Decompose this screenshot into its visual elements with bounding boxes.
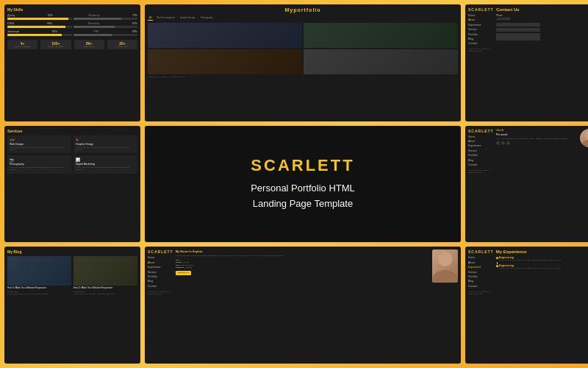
twitter-icon[interactable]: t [501, 141, 505, 145]
skill-name-js: Javascript [7, 30, 19, 33]
service-marketing: 📊 Digital Marketing Lorem ipsum dolor si… [74, 155, 137, 174]
service-graphic: ✎ Graphic Design Lorem ipsum dolor sit a… [74, 135, 137, 154]
blog-thumb-1 [7, 256, 71, 286]
blog-thumb-2 [74, 256, 137, 286]
exp-footer: Created By AS_Designs | All Rights Reser… [468, 291, 494, 295]
home-nav: Home About Experience Service Portfolio … [468, 135, 494, 167]
template-subtitle: Personal Portfolio HTML Landing Page Tem… [251, 181, 355, 212]
portfolio-tabs: All Web Development Graphic Design Photo… [148, 15, 458, 21]
about-footer: Created By AS_Designs | All Rights Reser… [148, 291, 173, 295]
contact-card: SCARLETT Home About Experience Service P… [465, 4, 588, 121]
contact-brand: SCARLETT [468, 7, 494, 12]
experience-card: SCARLETT Home About Experience Service P… [465, 247, 588, 364]
skills-card: My Skills jQuery 95% Bootstrap 75% CSS3 … [4, 4, 140, 121]
skill-name-css: CSS3 [7, 22, 14, 25]
social-icons: f t i [496, 141, 578, 145]
about-nav: Home About Experience Service Portfolio … [148, 256, 173, 288]
portfolio-footer: Created By AS_Designs | All Rights Reser… [148, 76, 458, 78]
svg-point-1 [582, 140, 589, 147]
stat-experience: 4+ Years of Experience [7, 40, 37, 49]
skill-pct-jquery: 95% [48, 14, 53, 17]
skill-name2-jquery: Bootstrap [88, 14, 99, 17]
blog-grid: How To Make Your Website Responsive 1st … [7, 256, 137, 295]
tab-graphic[interactable]: Graphic Design [179, 15, 197, 21]
exp-item-1: Engineering Lorem ipsum dolor sit amet c… [496, 256, 588, 261]
portfolio-thumb-1 [148, 23, 302, 48]
facebook-icon[interactable]: f [496, 141, 500, 145]
skill-js: Javascript 85% PHP 60% [7, 30, 137, 36]
blog-post-2: How To Make Your Website Responsive 1st … [74, 256, 137, 295]
tab-photo[interactable]: Photography [199, 15, 215, 21]
experience-title: My Experience [496, 250, 588, 254]
home-card: SCARLETT Home About Experience Service P… [465, 126, 588, 243]
about-me-title: My Name Is Sophia. [176, 250, 429, 253]
web-icon: </> [10, 138, 69, 142]
center-title-card: SCARLETT Personal Portfolio HTML Landing… [145, 126, 461, 243]
portfolio-thumb-3 [148, 49, 302, 74]
stats-row: 4+ Years of Experience 100+ Projects Com… [7, 40, 137, 49]
main-container: My Skills jQuery 95% Bootstrap 75% CSS3 … [0, 0, 588, 368]
blog-title: My Blog [7, 250, 137, 254]
stat-projects: 100+ Projects Completed [40, 40, 71, 49]
contact-nav: Home About Experience Service Portfolio … [468, 14, 494, 46]
skill-css: CSS3 90% Bootstrap 65% [7, 22, 137, 28]
service-web: </> Web Design Lorem ipsum dolor sit ame… [7, 135, 71, 154]
instagram-icon[interactable]: i [506, 141, 510, 145]
portfolio-card: Myportfolio All Web Development Graphic … [145, 4, 461, 121]
blog-post-1: How To Make Your Website Responsive 1st … [7, 256, 71, 295]
skills-title: My Skills [7, 7, 137, 12]
contact-form [496, 23, 588, 40]
graphic-icon: ✎ [76, 138, 135, 142]
services-card: Services </> Web Design Lorem ipsum dolo… [4, 126, 140, 243]
skill-jquery: jQuery 95% Bootstrap 75% [7, 14, 137, 20]
stat-awards: 20+ Awards Won [107, 40, 137, 49]
photo-icon: 📷 [10, 158, 69, 162]
portfolio-brand: Myportfolio [148, 7, 458, 13]
svg-point-0 [585, 131, 589, 140]
services-grid: </> Web Design Lorem ipsum dolor sit ame… [7, 135, 137, 174]
marketing-icon: 📊 [76, 158, 135, 162]
about-details: Age: 27 Gender: Female Work: Web Develop… [176, 259, 429, 269]
svg-point-3 [433, 270, 458, 283]
home-tagline: I Am A [496, 129, 588, 132]
portfolio-grid [148, 23, 458, 74]
about-me-card: SCARLETT Home About Experience Service P… [145, 247, 461, 364]
portfolio-thumb-4 [304, 49, 458, 74]
about-avatar [432, 250, 458, 283]
tab-web[interactable]: Web Development [155, 15, 176, 21]
name-input[interactable] [496, 23, 540, 26]
home-brand: SCARLETT [468, 129, 494, 133]
about-brand: SCARLETT [148, 250, 173, 254]
center-brand: SCARLETT [251, 156, 354, 175]
skill-name-jquery: jQuery [7, 14, 15, 17]
email-input[interactable] [496, 28, 540, 32]
stat-clients: 80+ Happy Clients [74, 40, 104, 49]
exp-nav: Home About Experience Service Portfolio … [468, 256, 494, 288]
contact-footer: Created By AS_Designs | All Rights Reser… [468, 48, 494, 52]
service-photo: 📷 Photography Lorem ipsum dolor sit amet… [7, 155, 71, 174]
download-cv-button[interactable]: Download CV [176, 271, 191, 275]
home-footer: Created By AS_Designs | All Rights Reser… [468, 169, 494, 174]
svg-point-2 [438, 252, 453, 266]
home-desc: I Am A Web Developer For More Than 4 Yea… [496, 138, 588, 140]
message-input[interactable] [496, 33, 540, 40]
contact-us-title: Contact Us [496, 7, 588, 12]
blog-left-card: My Blog How To Make Your Website Respons… [4, 247, 140, 364]
portfolio-thumb-2 [304, 23, 458, 48]
exp-item-2: Engineering Lorem ipsum dolor sit amet c… [496, 264, 588, 269]
skill-pct2-jquery: 75% [132, 14, 137, 17]
home-role: Personal [496, 132, 588, 136]
tab-all[interactable]: All [148, 15, 153, 21]
about-me-desc: Lorem ipsum dolor sit amet consectetur a… [176, 255, 429, 257]
services-title: Services [7, 129, 137, 133]
exp-brand: SCARLETT [468, 250, 494, 254]
